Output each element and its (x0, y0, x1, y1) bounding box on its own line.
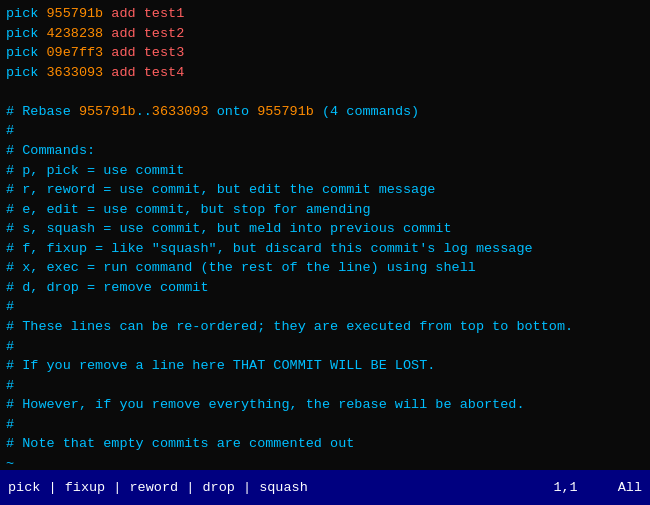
line-10: # r, reword = use commit, but edit the c… (6, 180, 644, 200)
line-24: ~ (6, 454, 644, 470)
line-11: # e, edit = use commit, but stop for ame… (6, 200, 644, 220)
line-1: pick 955791b add test1 (6, 4, 644, 24)
line-8: # Commands: (6, 141, 644, 161)
line-17: # These lines can be re-ordered; they ar… (6, 317, 644, 337)
command-list: pick | fixup | reword | drop | squash (8, 480, 308, 495)
line-16: # (6, 297, 644, 317)
line-2: pick 4238238 add test2 (6, 24, 644, 44)
line-6: # Rebase 955791b..3633093 onto 955791b (… (6, 102, 644, 122)
line-12: # s, squash = use commit, but meld into … (6, 219, 644, 239)
line-13: # f, fixup = like "squash", but discard … (6, 239, 644, 259)
statusbar: pick | fixup | reword | drop | squash 1,… (0, 470, 650, 505)
line-5 (6, 82, 644, 102)
line-4: pick 3633093 add test4 (6, 63, 644, 83)
line-9: # p, pick = use commit (6, 161, 644, 181)
line-15: # d, drop = remove commit (6, 278, 644, 298)
line-23: # Note that empty commits are commented … (6, 434, 644, 454)
line-21: # However, if you remove everything, the… (6, 395, 644, 415)
cursor-position: 1,1 (553, 478, 577, 498)
editor: pick 955791b add test1 pick 4238238 add … (0, 0, 650, 470)
line-20: # (6, 376, 644, 396)
line-3: pick 09e7ff3 add test3 (6, 43, 644, 63)
scroll-position: All (618, 478, 642, 498)
statusbar-position: 1,1 All (553, 478, 642, 498)
statusbar-commands: pick | fixup | reword | drop | squash (8, 478, 553, 498)
line-22: # (6, 415, 644, 435)
line-14: # x, exec = run command (the rest of the… (6, 258, 644, 278)
line-19: # If you remove a line here THAT COMMIT … (6, 356, 644, 376)
line-7: # (6, 121, 644, 141)
line-18: # (6, 337, 644, 357)
